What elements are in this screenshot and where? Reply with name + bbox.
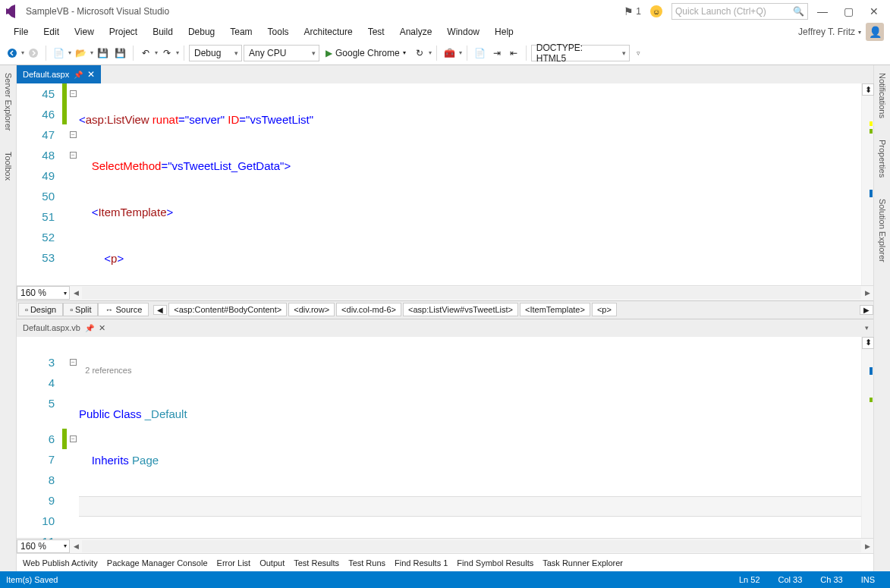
menu-project[interactable]: Project bbox=[102, 24, 145, 39]
menu-help[interactable]: Help bbox=[487, 24, 521, 39]
tab-task-runner[interactable]: Task Runner Explorer bbox=[542, 558, 623, 568]
design-view-tabs: ▫Design ▫Split ↔Source ◀ <asp:Content#Bo… bbox=[17, 300, 873, 319]
quick-launch-input[interactable]: Quick Launch (Ctrl+Q) 🔍 bbox=[671, 3, 808, 20]
code-area-vb[interactable]: 2 references Public Class _Default Inher… bbox=[79, 337, 861, 539]
editor-vb: 345 67891011 −− 2 references Public Clas… bbox=[17, 337, 873, 539]
undo-button[interactable]: ↶ bbox=[138, 45, 153, 61]
status-col: Col 33 bbox=[769, 575, 812, 584]
menu-edit[interactable]: Edit bbox=[36, 24, 67, 39]
split-icon[interactable]: ⬍ bbox=[862, 83, 874, 96]
overview-ruler-2[interactable]: ⬍ bbox=[861, 337, 873, 539]
view-source[interactable]: ↔Source bbox=[98, 303, 149, 316]
play-icon: ▶ bbox=[325, 48, 332, 58]
status-ins: INS bbox=[852, 575, 884, 584]
toolbox-icon[interactable]: 🧰 bbox=[442, 45, 458, 61]
tab-test-runs[interactable]: Test Runs bbox=[348, 558, 385, 568]
tab-find-results[interactable]: Find Results 1 bbox=[395, 558, 448, 568]
minimize-button[interactable]: — bbox=[811, 5, 834, 17]
indent-icon[interactable]: ⇥ bbox=[489, 45, 505, 61]
maximize-button[interactable]: ▢ bbox=[837, 5, 860, 17]
notifications-count[interactable]: 1 bbox=[636, 6, 641, 17]
close-icon[interactable]: ✕ bbox=[87, 69, 95, 80]
menu-view[interactable]: View bbox=[67, 24, 102, 39]
view-design[interactable]: ▫Design bbox=[18, 303, 63, 316]
window-menu-icon[interactable]: ▾ bbox=[860, 324, 873, 332]
pin-icon[interactable]: 📌 bbox=[74, 71, 83, 79]
toolbar-overflow-icon[interactable]: ▿ bbox=[631, 45, 646, 61]
menu-tools[interactable]: Tools bbox=[260, 24, 297, 39]
notifications-flag-icon[interactable]: ⚑ bbox=[624, 5, 634, 17]
menu-test[interactable]: Test bbox=[360, 24, 392, 39]
vs-logo-icon bbox=[5, 4, 20, 19]
tab-default-aspx[interactable]: Default.aspx 📌 ✕ bbox=[17, 65, 101, 83]
crumb-nav-right[interactable]: ▶ bbox=[860, 305, 873, 315]
close-button[interactable]: ✕ bbox=[863, 5, 885, 17]
document-tabs-bottom: Default.aspx.vb 📌 ✕ ▾ bbox=[17, 319, 873, 337]
save-button[interactable]: 💾 bbox=[95, 45, 111, 61]
menu-team[interactable]: Team bbox=[222, 24, 259, 39]
overview-ruler[interactable]: ⬍ bbox=[861, 83, 873, 285]
signin-name[interactable]: Jeffrey T. Fritz bbox=[798, 27, 858, 37]
open-file-button[interactable]: 📂 bbox=[73, 45, 89, 61]
fold-gutter[interactable]: −−− bbox=[67, 83, 79, 285]
breadcrumb-4[interactable]: <ItemTemplate> bbox=[520, 303, 590, 316]
breadcrumb-0[interactable]: <asp:Content#BodyContent> bbox=[168, 303, 287, 316]
start-button[interactable]: ▶Google Chrome ▾ bbox=[321, 48, 410, 58]
new-item-icon[interactable]: 📄 bbox=[472, 45, 488, 61]
tool-window-tabs: Web Publish Activity Package Manager Con… bbox=[17, 553, 873, 571]
save-all-button[interactable]: 💾 bbox=[112, 45, 128, 61]
new-project-button[interactable]: 📄 bbox=[51, 45, 67, 61]
tab-test-results[interactable]: Test Results bbox=[294, 558, 339, 568]
tab-default-aspx-vb[interactable]: Default.aspx.vb 📌 ✕ bbox=[17, 321, 112, 335]
nav-forward-button[interactable] bbox=[26, 45, 41, 61]
properties-tab[interactable]: Properties bbox=[878, 137, 887, 181]
breadcrumb-5[interactable]: <p> bbox=[592, 303, 617, 316]
platform-combo[interactable]: Any CPU bbox=[244, 45, 319, 61]
breadcrumb-3[interactable]: <asp:ListView#vsTweetList> bbox=[403, 303, 518, 316]
outdent-icon[interactable]: ⇤ bbox=[506, 45, 521, 61]
tab-error-list[interactable]: Error List bbox=[217, 558, 251, 568]
zoom-row-2: 160 % ◀▶ bbox=[17, 538, 873, 553]
hscroll-1[interactable]: ◀▶ bbox=[70, 287, 873, 299]
menu-file[interactable]: File bbox=[6, 24, 36, 39]
codelens-references[interactable]: 2 references bbox=[85, 366, 131, 375]
view-split[interactable]: ▫Split bbox=[63, 303, 98, 316]
solution-explorer-tab[interactable]: Solution Explorer bbox=[878, 196, 887, 266]
tab-find-symbol[interactable]: Find Symbol Results bbox=[457, 558, 533, 568]
nav-back-button[interactable] bbox=[5, 45, 20, 61]
menu-window[interactable]: Window bbox=[439, 24, 487, 39]
tab-output[interactable]: Output bbox=[259, 558, 285, 568]
menu-analyze[interactable]: Analyze bbox=[392, 24, 440, 39]
line-number-gutter-2: 345 67891011 bbox=[17, 337, 62, 539]
zoom-combo-2[interactable]: 160 % bbox=[17, 539, 70, 553]
close-icon[interactable]: ✕ bbox=[99, 323, 105, 333]
tab-pmc[interactable]: Package Manager Console bbox=[107, 558, 208, 568]
breadcrumb-2[interactable]: <div.col-md-6> bbox=[336, 303, 401, 316]
notifications-tab[interactable]: Notifications bbox=[878, 70, 887, 121]
editor-aspx: 454647484950515253 −−− <asp:ListView run… bbox=[17, 83, 873, 285]
line-number-gutter: 454647484950515253 bbox=[17, 83, 62, 285]
config-combo[interactable]: Debug bbox=[189, 45, 242, 61]
breadcrumb-1[interactable]: <div.row> bbox=[288, 303, 335, 316]
redo-button[interactable]: ↷ bbox=[159, 45, 175, 61]
menu-build[interactable]: Build bbox=[145, 24, 181, 39]
search-icon: 🔍 bbox=[793, 6, 804, 17]
main-toolbar: ▾ 📄▾ 📂▾ 💾 💾 ↶▾ ↷▾ Debug Any CPU ▶Google … bbox=[0, 41, 890, 65]
user-avatar[interactable]: 👤 bbox=[866, 23, 884, 41]
feedback-icon[interactable]: ☺ bbox=[650, 5, 662, 17]
status-message: Item(s) Saved bbox=[6, 575, 58, 584]
code-area-aspx[interactable]: <asp:ListView runat="server" ID="vsTweet… bbox=[79, 83, 861, 285]
server-explorer-tab[interactable]: Server Explorer bbox=[4, 70, 13, 134]
menu-debug[interactable]: Debug bbox=[181, 24, 222, 39]
tab-web-publish[interactable]: Web Publish Activity bbox=[23, 558, 98, 568]
split-icon[interactable]: ⬍ bbox=[862, 337, 874, 349]
fold-gutter-2[interactable]: −− bbox=[67, 337, 79, 539]
crumb-nav-left[interactable]: ◀ bbox=[153, 305, 167, 315]
hscroll-2[interactable]: ◀▶ bbox=[70, 540, 873, 552]
zoom-combo-1[interactable]: 160 % bbox=[17, 286, 70, 300]
pin-icon[interactable]: 📌 bbox=[85, 324, 94, 332]
menu-architecture[interactable]: Architecture bbox=[297, 24, 360, 39]
doctype-combo[interactable]: DOCTYPE: HTML5 bbox=[531, 45, 630, 61]
browser-link-refresh-button[interactable]: ↻ bbox=[412, 45, 427, 61]
toolbox-tab[interactable]: Toolbox bbox=[4, 149, 13, 184]
